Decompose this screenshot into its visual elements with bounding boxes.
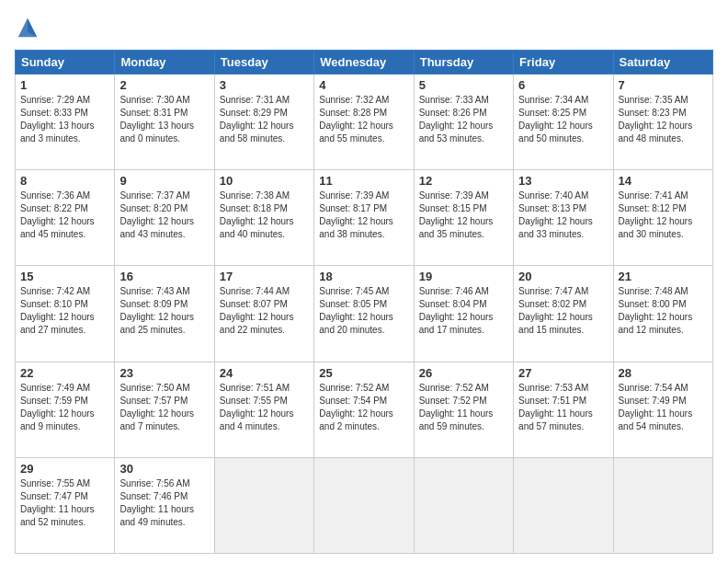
day-detail: Sunrise: 7:35 AMSunset: 8:23 PMDaylight:…: [619, 95, 693, 144]
day-detail: Sunrise: 7:40 AMSunset: 8:13 PMDaylight:…: [518, 190, 593, 239]
day-detail: Sunrise: 7:54 AMSunset: 7:49 PMDaylight:…: [619, 383, 693, 431]
calendar-day-cell: 5Sunrise: 7:33 AMSunset: 8:26 PMDaylight…: [414, 75, 513, 170]
day-number: 3: [220, 78, 309, 92]
day-detail: Sunrise: 7:37 AMSunset: 8:20 PMDaylight:…: [119, 190, 194, 239]
day-number: 21: [619, 270, 708, 283]
calendar-day-cell: 1Sunrise: 7:29 AMSunset: 8:33 PMDaylight…: [16, 75, 115, 170]
calendar-day-cell: 16Sunrise: 7:43 AMSunset: 8:09 PMDayligh…: [115, 266, 214, 362]
day-detail: Sunrise: 7:39 AMSunset: 8:15 PMDaylight:…: [419, 190, 494, 239]
day-number: 30: [119, 462, 209, 476]
calendar-day-cell: 11Sunrise: 7:39 AMSunset: 8:17 PMDayligh…: [314, 170, 414, 266]
day-number: 10: [220, 174, 309, 188]
day-detail: Sunrise: 7:29 AMSunset: 8:33 PMDaylight:…: [20, 95, 95, 144]
calendar-day-cell: 12Sunrise: 7:39 AMSunset: 8:15 PMDayligh…: [414, 170, 513, 266]
calendar-day-cell: 30Sunrise: 7:56 AMSunset: 7:46 PMDayligh…: [115, 457, 214, 553]
calendar-week-row: 8Sunrise: 7:36 AMSunset: 8:22 PMDaylight…: [16, 170, 713, 266]
day-number: 13: [518, 174, 608, 188]
day-number: 28: [619, 366, 708, 380]
calendar-day-cell: 24Sunrise: 7:51 AMSunset: 7:55 PMDayligh…: [214, 362, 313, 457]
day-number: 26: [419, 366, 508, 380]
day-detail: Sunrise: 7:46 AMSunset: 8:04 PMDaylight:…: [419, 286, 494, 335]
day-number: 18: [319, 270, 408, 283]
calendar-day-cell: 20Sunrise: 7:47 AMSunset: 8:02 PMDayligh…: [514, 266, 613, 362]
day-detail: Sunrise: 7:30 AMSunset: 8:31 PMDaylight:…: [119, 95, 194, 144]
day-number: 29: [20, 462, 109, 476]
day-number: 9: [119, 174, 209, 188]
calendar-day-cell: [314, 457, 414, 553]
day-detail: Sunrise: 7:52 AMSunset: 7:54 PMDaylight:…: [319, 383, 393, 431]
day-number: 27: [518, 366, 608, 380]
day-detail: Sunrise: 7:51 AMSunset: 7:55 PMDaylight:…: [220, 383, 294, 431]
day-number: 8: [20, 174, 109, 188]
day-number: 4: [319, 78, 408, 92]
day-detail: Sunrise: 7:33 AMSunset: 8:26 PMDaylight:…: [419, 95, 494, 144]
calendar-day-cell: 19Sunrise: 7:46 AMSunset: 8:04 PMDayligh…: [414, 266, 513, 362]
calendar-day-cell: 22Sunrise: 7:49 AMSunset: 7:59 PMDayligh…: [16, 362, 115, 457]
calendar-day-cell: 26Sunrise: 7:52 AMSunset: 7:52 PMDayligh…: [414, 362, 513, 457]
day-detail: Sunrise: 7:42 AMSunset: 8:10 PMDaylight:…: [20, 286, 95, 335]
calendar-day-cell: [414, 457, 513, 553]
logo: [15, 15, 44, 40]
day-number: 19: [419, 270, 508, 283]
calendar-day-header: Thursday: [414, 51, 513, 75]
day-detail: Sunrise: 7:48 AMSunset: 8:00 PMDaylight:…: [619, 286, 693, 335]
day-detail: Sunrise: 7:52 AMSunset: 7:52 PMDaylight:…: [419, 383, 494, 431]
day-number: 24: [220, 366, 309, 380]
day-number: 23: [119, 366, 209, 380]
calendar-day-cell: 8Sunrise: 7:36 AMSunset: 8:22 PMDaylight…: [16, 170, 115, 266]
day-number: 15: [20, 270, 109, 283]
calendar-day-cell: 25Sunrise: 7:52 AMSunset: 7:54 PMDayligh…: [314, 362, 414, 457]
calendar-day-cell: 2Sunrise: 7:30 AMSunset: 8:31 PMDaylight…: [115, 75, 214, 170]
day-detail: Sunrise: 7:39 AMSunset: 8:17 PMDaylight:…: [319, 190, 393, 239]
calendar-day-cell: [514, 457, 613, 553]
calendar-week-row: 1Sunrise: 7:29 AMSunset: 8:33 PMDaylight…: [16, 75, 713, 170]
calendar-day-cell: 4Sunrise: 7:32 AMSunset: 8:28 PMDaylight…: [314, 75, 414, 170]
calendar-day-header: Saturday: [613, 51, 712, 75]
day-number: 16: [119, 270, 209, 283]
calendar-day-cell: 28Sunrise: 7:54 AMSunset: 7:49 PMDayligh…: [613, 362, 712, 457]
day-number: 17: [220, 270, 309, 283]
calendar-table: SundayMondayTuesdayWednesdayThursdayFrid…: [15, 50, 713, 554]
day-number: 20: [518, 270, 608, 283]
calendar-day-cell: 17Sunrise: 7:44 AMSunset: 8:07 PMDayligh…: [214, 266, 313, 362]
calendar-day-cell: [214, 457, 313, 553]
day-detail: Sunrise: 7:34 AMSunset: 8:25 PMDaylight:…: [518, 95, 593, 144]
day-detail: Sunrise: 7:47 AMSunset: 8:02 PMDaylight:…: [518, 286, 593, 335]
calendar-week-row: 15Sunrise: 7:42 AMSunset: 8:10 PMDayligh…: [16, 266, 713, 362]
page: SundayMondayTuesdayWednesdayThursdayFrid…: [0, 0, 728, 563]
calendar-day-cell: [613, 457, 712, 553]
day-detail: Sunrise: 7:44 AMSunset: 8:07 PMDaylight:…: [220, 286, 294, 335]
calendar-day-cell: 7Sunrise: 7:35 AMSunset: 8:23 PMDaylight…: [613, 75, 712, 170]
day-detail: Sunrise: 7:31 AMSunset: 8:29 PMDaylight:…: [220, 95, 294, 144]
day-detail: Sunrise: 7:50 AMSunset: 7:57 PMDaylight:…: [119, 383, 194, 431]
calendar-day-cell: 15Sunrise: 7:42 AMSunset: 8:10 PMDayligh…: [16, 266, 115, 362]
calendar-day-header: Wednesday: [314, 51, 414, 75]
calendar-day-cell: 14Sunrise: 7:41 AMSunset: 8:12 PMDayligh…: [613, 170, 712, 266]
day-detail: Sunrise: 7:49 AMSunset: 7:59 PMDaylight:…: [20, 383, 95, 431]
day-detail: Sunrise: 7:32 AMSunset: 8:28 PMDaylight:…: [319, 95, 393, 144]
day-number: 6: [518, 78, 608, 92]
calendar-day-cell: 13Sunrise: 7:40 AMSunset: 8:13 PMDayligh…: [514, 170, 613, 266]
day-number: 14: [619, 174, 708, 188]
calendar-day-cell: 6Sunrise: 7:34 AMSunset: 8:25 PMDaylight…: [514, 75, 613, 170]
day-detail: Sunrise: 7:36 AMSunset: 8:22 PMDaylight:…: [20, 190, 95, 239]
calendar-week-row: 22Sunrise: 7:49 AMSunset: 7:59 PMDayligh…: [16, 362, 713, 457]
day-number: 11: [319, 174, 408, 188]
calendar-day-cell: 29Sunrise: 7:55 AMSunset: 7:47 PMDayligh…: [16, 457, 115, 553]
calendar-week-row: 29Sunrise: 7:55 AMSunset: 7:47 PMDayligh…: [16, 457, 713, 553]
header: [15, 15, 713, 40]
calendar-day-cell: 27Sunrise: 7:53 AMSunset: 7:51 PMDayligh…: [514, 362, 613, 457]
logo-icon: [15, 15, 40, 40]
calendar-day-cell: 9Sunrise: 7:37 AMSunset: 8:20 PMDaylight…: [115, 170, 214, 266]
day-detail: Sunrise: 7:53 AMSunset: 7:51 PMDaylight:…: [518, 383, 593, 431]
calendar-day-cell: 10Sunrise: 7:38 AMSunset: 8:18 PMDayligh…: [214, 170, 313, 266]
day-number: 22: [20, 366, 109, 380]
day-detail: Sunrise: 7:56 AMSunset: 7:46 PMDaylight:…: [119, 478, 194, 527]
day-detail: Sunrise: 7:45 AMSunset: 8:05 PMDaylight:…: [319, 286, 393, 335]
calendar-day-cell: 23Sunrise: 7:50 AMSunset: 7:57 PMDayligh…: [115, 362, 214, 457]
day-number: 5: [419, 78, 508, 92]
day-number: 25: [319, 366, 408, 380]
calendar-day-header: Friday: [514, 51, 613, 75]
calendar-header-row: SundayMondayTuesdayWednesdayThursdayFrid…: [16, 51, 713, 75]
calendar-day-header: Monday: [115, 51, 214, 75]
